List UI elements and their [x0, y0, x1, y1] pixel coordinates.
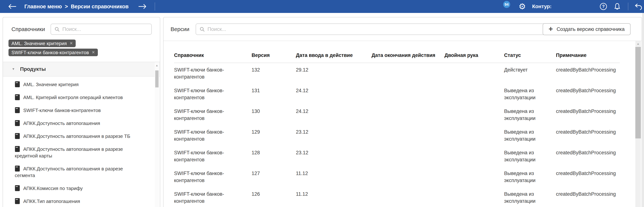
cell-double-hand [444, 125, 504, 146]
table-column-header[interactable]: Дата окончания действия [372, 53, 444, 58]
filter-chip[interactable]: AML. Значение критерия × [8, 40, 76, 47]
sidebar-item-label: АПКК.Комиссия по тарифу [23, 185, 83, 191]
cell-date-end [372, 166, 444, 187]
search-icon [54, 27, 60, 32]
scroll-up-icon[interactable]: ▲ [155, 64, 159, 67]
close-icon[interactable]: × [92, 50, 95, 55]
sidebar-item-dictionary[interactable]: АПКК.Доступность автопогашения в разрезе… [15, 143, 142, 162]
cell-date-end [372, 84, 444, 104]
cell-date-start: 24.12 [296, 84, 372, 104]
chevron-down-icon[interactable]: ▼ [12, 67, 15, 71]
scroll-up-icon[interactable]: ▲ [635, 42, 641, 46]
table-row[interactable]: SWIFT-ключи банков-контрагентов 129 23.1… [174, 125, 620, 146]
versions-search-input[interactable] [208, 26, 596, 32]
sidebar-scrollbar[interactable]: ▲ [155, 62, 159, 207]
cell-dictionary: SWIFT-ключи банков-контрагентов [174, 125, 252, 146]
table-row[interactable]: SWIFT-ключи банков-контрагентов 128 23.1… [174, 146, 620, 166]
sidebar-item-label: SWIFT-ключи банков-контрагентов [23, 108, 101, 113]
table-row[interactable]: SWIFT-ключи банков-контрагентов 132 29.1… [174, 63, 620, 84]
cell-status: Выведена из эксплуатации [504, 104, 556, 125]
search-icon [199, 27, 205, 32]
sidebar-item-dictionary[interactable]: AML. Критерий контроля операций клиентов [15, 91, 142, 104]
table-column-header[interactable]: Двойная рука [444, 53, 504, 58]
forward-arrow-icon[interactable] [138, 4, 146, 9]
create-version-button-label: Создать версию справочника [556, 27, 624, 32]
gear-icon[interactable]: ⚙ [519, 3, 526, 11]
window-scrollbar[interactable] [642, 13, 644, 207]
versions-search-box [196, 24, 599, 35]
dictionaries-panel: Справочники AML. Значение критерия × SWI… [2, 17, 160, 207]
cell-status: Выведена из эксплуатации [504, 125, 556, 146]
cell-note: createdByBatchProcessing [556, 125, 624, 146]
book-icon [15, 120, 20, 126]
cell-date-end [372, 63, 444, 84]
cell-double-hand [444, 84, 504, 104]
table-scrollbar-thumb[interactable] [635, 47, 641, 138]
table-column-header[interactable]: Версия [252, 53, 296, 58]
menu-icon[interactable]: 94 [496, 3, 504, 10]
undo-icon[interactable] [634, 3, 642, 10]
create-version-button[interactable]: + Создать версию справочника [543, 23, 630, 35]
book-icon [15, 165, 20, 172]
book-icon [15, 133, 20, 139]
sidebar-search-box [50, 24, 152, 35]
cell-date-start: 23.12 [296, 125, 372, 146]
sidebar-item-label: AML. Значение критерия [23, 82, 79, 87]
cell-double-hand [444, 104, 504, 125]
cell-version: 129 [252, 125, 296, 146]
notifications-count-badge: 94 [503, 1, 510, 8]
cell-status: Выведена из эксплуатации [504, 146, 556, 166]
help-icon[interactable]: ? [600, 3, 607, 10]
table-row[interactable]: SWIFT-ключи банков-контрагентов 127 11.1… [174, 166, 620, 187]
dictionary-list: AML. Значение критерия AML. Критерий кон… [3, 77, 160, 207]
versions-panel: Версии Поиск + Создать версию справочник… [163, 17, 642, 207]
sidebar-group-label: Продукты [20, 66, 46, 72]
table-scrollbar[interactable]: ▲ [635, 41, 641, 207]
sidebar-scrollbar-thumb[interactable] [155, 70, 158, 87]
table-column-header[interactable]: Примечание [556, 53, 620, 58]
cell-version: 126 [252, 187, 296, 207]
cell-status: Выведена из эксплуатации [504, 187, 556, 207]
table-row[interactable]: SWIFT-ключи банков-контрагентов 131 24.1… [174, 84, 620, 104]
cell-date-end [372, 187, 444, 207]
main-title: Версии [170, 26, 190, 32]
cell-status: Выведена из эксплуатации [504, 166, 556, 187]
cell-double-hand [444, 146, 504, 166]
breadcrumb: Главное меню > Версии справочников [24, 4, 128, 10]
versions-table: Справочник Версия Дата ввода в действие … [174, 41, 620, 207]
table-column-header[interactable]: Справочник [174, 53, 252, 58]
table-body: SWIFT-ключи банков-контрагентов 132 29.1… [174, 63, 620, 207]
sidebar-item-label: АПКК.Доступность автопогашения [23, 120, 100, 126]
breadcrumb-item-versions[interactable]: Версии справочников [71, 4, 129, 10]
table-row[interactable]: SWIFT-ключи банков-контрагентов 126 11.1… [174, 187, 620, 207]
sidebar-search-input[interactable] [62, 26, 148, 32]
filter-chip[interactable]: SWIFT-ключи банков-контрагентов × [8, 49, 98, 56]
cell-double-hand [444, 187, 504, 207]
cell-dictionary: SWIFT-ключи банков-контрагентов [174, 146, 252, 166]
back-arrow-icon[interactable] [8, 4, 16, 9]
cell-double-hand [444, 166, 504, 187]
sidebar-group-products[interactable]: ▼ Продукты [3, 62, 160, 77]
sidebar-item-dictionary[interactable]: АПКК.Доступность автопогашения в разрезе… [15, 162, 142, 182]
table-column-header[interactable]: Дата ввода в действие [296, 53, 372, 58]
book-icon [15, 185, 20, 191]
sidebar-item-dictionary[interactable]: АПКК.Тип автопогашения [15, 195, 142, 207]
sidebar-item-dictionary[interactable]: AML. Значение критерия [15, 78, 142, 91]
table-column-header[interactable]: Статус [504, 53, 556, 58]
cell-version: 131 [252, 84, 296, 104]
cell-dictionary: SWIFT-ключи банков-контрагентов [174, 63, 252, 84]
close-icon[interactable]: × [70, 41, 73, 46]
cell-version: 127 [252, 166, 296, 187]
cell-date-start: 23.12 [296, 146, 372, 166]
sidebar-item-dictionary[interactable]: АПКК.Комиссия по тарифу [15, 182, 142, 195]
sidebar-item-dictionary[interactable]: SWIFT-ключи банков-контрагентов [15, 104, 142, 117]
app-header: Главное меню > Версии справочников 94 ⚙ … [0, 0, 644, 13]
bell-icon[interactable] [614, 3, 621, 10]
sidebar-item-dictionary[interactable]: АПКК.Доступность автопогашения в разрезе… [15, 130, 142, 143]
table-row[interactable]: SWIFT-ключи банков-контрагентов 130 24.1… [174, 104, 620, 125]
cell-note: createdByBatchProcessing [556, 104, 624, 125]
book-icon [15, 107, 20, 113]
cell-date-end [372, 125, 444, 146]
breadcrumb-item-main-menu[interactable]: Главное меню [24, 4, 62, 10]
sidebar-item-dictionary[interactable]: АПКК.Доступность автопогашения [15, 117, 142, 130]
